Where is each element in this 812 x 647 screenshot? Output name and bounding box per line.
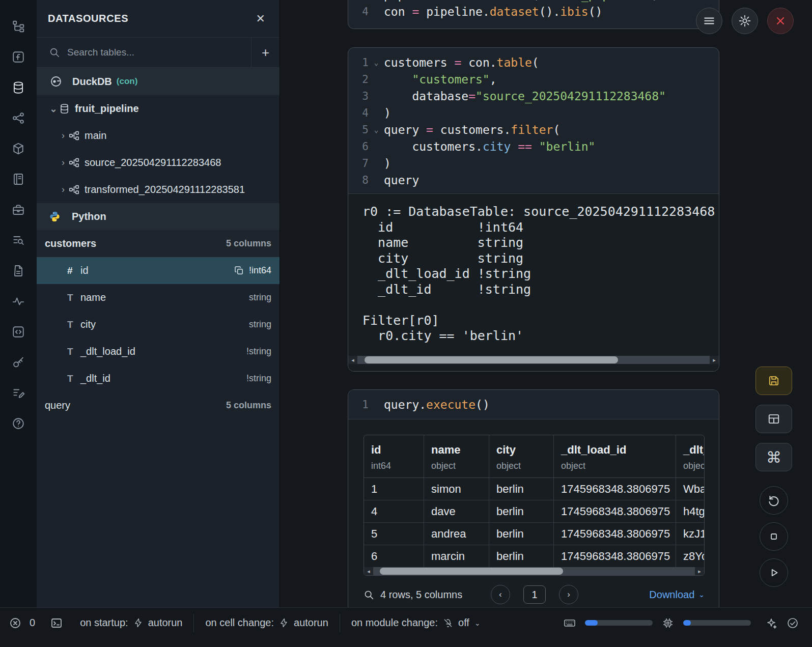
search-icon[interactable] xyxy=(363,589,374,600)
tree-item-main[interactable]: › main xyxy=(37,122,279,149)
column-item-dlt-load-id[interactable]: T _dlt_load_id !string xyxy=(37,338,279,365)
prev-page-button[interactable]: › xyxy=(491,585,510,604)
logs-button[interactable] xyxy=(5,227,32,254)
search-input[interactable]: Search tables... xyxy=(67,47,251,58)
column-name: _dlt_id xyxy=(80,373,110,384)
tracing-button[interactable] xyxy=(5,288,32,315)
chevron-down-icon: ⌄ xyxy=(698,590,705,599)
code-editor[interactable]: 3pipeline = dlt.attach("fruit_pipeline")… xyxy=(348,0,719,20)
scroll-left-button[interactable]: ◂ xyxy=(348,356,357,364)
engine-header-duckdb[interactable]: DuckDB (con) xyxy=(37,68,279,95)
table-header-cell[interactable]: idint64 xyxy=(364,435,424,477)
undo-button[interactable] xyxy=(760,486,788,515)
help-button[interactable] xyxy=(5,410,32,437)
file-tree-icon xyxy=(12,20,25,33)
code-editor[interactable]: 1⌄customers = con.table(2 "customers",3 … xyxy=(348,48,719,193)
column-name: city xyxy=(80,319,96,330)
pen-list-icon xyxy=(12,386,25,400)
kernel-meter xyxy=(585,620,653,626)
stop-button[interactable] xyxy=(760,522,788,551)
on-cell-change-toggle[interactable]: on cell change: autorun xyxy=(205,617,328,629)
close-panel-button[interactable]: ✕ xyxy=(253,12,268,26)
scrollbar-track[interactable] xyxy=(373,567,695,575)
on-startup-label: on startup: xyxy=(80,617,128,629)
table-header-query[interactable]: query 5 columns xyxy=(37,392,279,419)
tree-item-source[interactable]: › source_202504291112283468 xyxy=(37,149,279,176)
cell-query[interactable]: 1⌄customers = con.table(2 "customers",3 … xyxy=(348,47,719,372)
scratchpad-button[interactable] xyxy=(5,380,32,406)
scrollbar-thumb[interactable] xyxy=(365,356,618,363)
table-hscrollbar[interactable]: ◂ ▸ xyxy=(364,567,704,575)
column-item-id[interactable]: # id !int64 xyxy=(37,257,279,284)
on-startup-toggle[interactable]: on startup: autorun xyxy=(80,617,182,629)
column-item-dlt-id[interactable]: T _dlt_id !string xyxy=(37,365,279,392)
run-button[interactable] xyxy=(760,558,788,587)
code-line[interactable]: 3 database="source_202504291112283468" xyxy=(348,88,719,104)
chevron-down-icon: ⌄ xyxy=(474,619,481,627)
packages-button[interactable] xyxy=(5,135,32,162)
table-row[interactable]: 1simonberlin1745968348.3806975Wba xyxy=(364,478,705,500)
chevron-down-icon: ⌄ xyxy=(48,103,59,115)
code-line[interactable]: 1query.execute() xyxy=(348,396,719,413)
table-row[interactable]: 5andreaberlin1745968348.3806975kzJ1 xyxy=(364,523,705,545)
table-header-cell[interactable]: _dlt_idobject xyxy=(676,435,705,477)
document-button[interactable] xyxy=(5,258,32,284)
table-meta: 5 columns xyxy=(226,400,271,411)
cell-setup[interactable]: 3pipeline = dlt.attach("fruit_pipeline")… xyxy=(348,0,719,29)
code-editor[interactable]: 1query.execute() xyxy=(348,390,719,419)
datasources-button[interactable] xyxy=(5,74,32,101)
table-cell: z8Yo xyxy=(676,545,705,567)
column-type: !string xyxy=(246,346,271,357)
on-module-change-toggle[interactable]: on module change: off ⌄ xyxy=(351,617,481,629)
table-header-cell[interactable]: nameobject xyxy=(424,435,489,477)
add-datasource-button[interactable]: + xyxy=(251,38,279,67)
code-line[interactable]: 5⌄query = customers.filter( xyxy=(348,121,719,138)
scroll-right-button[interactable]: ▸ xyxy=(710,356,719,364)
settings-button[interactable] xyxy=(732,8,758,34)
snippets-button[interactable] xyxy=(5,319,32,345)
table-row[interactable]: 4daveberlin1745968348.3806975h4tg xyxy=(364,500,705,523)
code-line[interactable]: 1⌄customers = con.table( xyxy=(348,54,719,71)
table-header-cell[interactable]: _dlt_load_idobject xyxy=(554,435,676,477)
download-link[interactable]: Download ⌄ xyxy=(649,589,705,601)
scroll-right-button[interactable]: ▸ xyxy=(695,567,704,575)
scrollbar-thumb[interactable] xyxy=(380,568,563,575)
code-line[interactable]: 6 customers.city == "berlin" xyxy=(348,138,719,155)
shutdown-button[interactable] xyxy=(767,8,794,34)
menu-button[interactable] xyxy=(696,8,722,34)
code-line[interactable]: 2 "customers", xyxy=(348,71,719,88)
toolbox-button[interactable] xyxy=(5,196,32,223)
cell-execute[interactable]: 1query.execute() idint64nameobjectcityob… xyxy=(348,389,719,607)
column-item-city[interactable]: T city string xyxy=(37,311,279,338)
text-type-icon: T xyxy=(67,346,80,357)
keyboard-shortcuts-button[interactable]: ⌘ xyxy=(755,443,792,471)
code-line[interactable]: 4) xyxy=(348,104,719,121)
scroll-left-button[interactable]: ◂ xyxy=(364,567,373,575)
table-row[interactable]: 6marcinberlin1745968348.3806975z8Yo xyxy=(364,545,705,567)
tree-item-fruit-pipeline[interactable]: ⌄ fruit_pipeline xyxy=(37,95,279,122)
error-indicator[interactable]: 0 xyxy=(9,617,35,629)
tree-item-transformed[interactable]: › transformed_202504291112283581 xyxy=(37,176,279,203)
schema-icon xyxy=(69,184,79,195)
save-button[interactable] xyxy=(755,367,792,395)
table-header-customers[interactable]: customers 5 columns xyxy=(37,230,279,257)
table-header-cell[interactable]: cityobject xyxy=(489,435,554,477)
code-line[interactable]: 8query xyxy=(348,172,719,188)
page-number-box[interactable]: 1 xyxy=(523,585,546,604)
file-tree-button[interactable] xyxy=(5,13,32,40)
dependency-graph-button[interactable] xyxy=(5,105,32,131)
copy-icon[interactable] xyxy=(234,266,244,275)
code-line[interactable]: 7) xyxy=(348,155,719,172)
layout-button[interactable] xyxy=(755,405,792,433)
code-line[interactable]: 4con = pipeline.dataset().ibis() xyxy=(348,3,719,20)
secrets-button[interactable] xyxy=(5,349,32,376)
output-hscrollbar[interactable]: ◂ ▸ xyxy=(348,356,719,364)
scrollbar-track[interactable] xyxy=(357,356,710,364)
function-button[interactable] xyxy=(5,44,32,70)
terminal-button[interactable] xyxy=(50,617,63,629)
next-page-button[interactable]: › xyxy=(559,585,578,604)
notebook-button[interactable] xyxy=(5,166,32,192)
table-cell: kzJ1 xyxy=(676,523,705,545)
column-item-name[interactable]: T name string xyxy=(37,284,279,311)
engine-header-python[interactable]: Python xyxy=(37,203,279,230)
